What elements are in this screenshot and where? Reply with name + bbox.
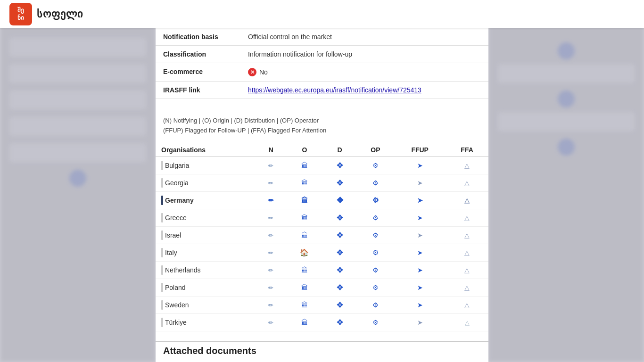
warn-icon: △ [464, 249, 470, 256]
pencil-icon: ✏ [268, 162, 273, 169]
org-d-cell: ❖ [323, 226, 357, 244]
org-op-cell: ⚙ [357, 191, 395, 209]
org-name-label: Poland [165, 284, 186, 291]
org-ffup-cell: ➤ [394, 296, 446, 313]
org-flag [161, 283, 163, 292]
legend-box: (N) Notifying | (O) Origin | (D) Distrib… [156, 108, 488, 140]
org-op-cell: ⚙ [357, 174, 395, 191]
org-d-cell: ❖ [323, 156, 357, 174]
org-ffa-cell: △ [446, 296, 488, 313]
send-icon: ➤ [417, 197, 423, 204]
main-content: Notification basis Official control on t… [156, 28, 488, 362]
col-header-ffup: FFUP [394, 143, 446, 157]
table-row: Germany ✏ 🏛 ❖ ⚙ ➤ △ [156, 191, 488, 209]
org-n-cell: ✏ [256, 156, 287, 174]
org-n-cell: ✏ [256, 191, 287, 209]
org-name-cell: Türkiye [156, 313, 256, 331]
org-flag [161, 196, 163, 205]
org-op-cell: ⚙ [357, 313, 395, 331]
pencil-icon: ✏ [268, 232, 273, 239]
send-icon: ➤ [417, 284, 423, 291]
site-name: სოფელი [37, 8, 83, 20]
sidebar-left [0, 0, 156, 362]
org-ffa-cell: △ [446, 261, 488, 279]
org-ffup-cell: ➤ [394, 174, 446, 191]
info-label-notification-basis: Notification basis [156, 28, 240, 46]
send-icon: ➤ [417, 214, 423, 222]
org-op-cell: ⚙ [357, 244, 395, 261]
org-ffa-cell: △ [446, 156, 488, 174]
org-n-cell: ✏ [256, 261, 287, 279]
org-name-label: Italy [165, 249, 177, 256]
legend-line1: (N) Notifying | (O) Origin | (D) Distrib… [163, 116, 481, 126]
info-row-classification: Classification Information notification … [156, 46, 488, 63]
cog-icon: ⚙ [372, 319, 379, 326]
org-name-label: Georgia [165, 179, 189, 187]
cog-icon: ⚙ [372, 301, 379, 309]
org-ffa-cell: △ [446, 279, 488, 296]
org-op-cell: ⚙ [357, 226, 395, 244]
send-dim-icon: ➤ [417, 231, 423, 239]
org-flag [161, 248, 163, 257]
org-ffup-cell: ➤ [394, 261, 446, 279]
org-name-cell: Italy [156, 244, 256, 261]
cog-icon: ⚙ [372, 179, 379, 187]
org-flag [161, 161, 163, 170]
org-o-cell: 🏛 [286, 279, 322, 296]
warn-icon: △ [464, 179, 470, 187]
cog-bold-icon: ⚙ [372, 248, 379, 256]
org-o-cell: 🏠 [286, 244, 322, 261]
building-icon: 🏛 [301, 214, 308, 222]
org-ffa-cell: △ [446, 209, 488, 226]
pencil-icon: ✏ [268, 284, 273, 291]
irasff-link[interactable]: https://webgate.ec.europa.eu/irasff/noti… [248, 86, 421, 94]
topbar: შენი სოფელი [0, 0, 644, 28]
org-ffa-cell: △ [446, 191, 488, 209]
cog-icon: ⚙ [372, 214, 379, 222]
warn-dim-icon: △ [465, 319, 470, 326]
pencil-icon: ✏ [268, 180, 273, 187]
col-header-ffa: FFA [446, 143, 488, 157]
info-row-notification-basis: Notification basis Official control on t… [156, 28, 488, 46]
building-icon: 🏛 [301, 197, 308, 204]
logo: შენი [9, 3, 32, 25]
warn-icon: △ [464, 197, 470, 204]
org-ffa-cell: △ [446, 313, 488, 331]
pencil-icon: ✏ [268, 319, 273, 326]
org-d-cell: ❖ [323, 279, 357, 296]
org-d-cell: ❖ [323, 313, 357, 331]
send-icon: ➤ [417, 301, 423, 309]
building-icon: 🏛 [301, 301, 308, 309]
col-header-o: O [286, 143, 322, 157]
building-icon: 🏛 [301, 266, 308, 274]
warn-icon: △ [464, 284, 470, 291]
table-row: Italy ✏ 🏠 ❖ ⚙ ➤ △ [156, 244, 488, 261]
attached-docs-title: Attached documents [156, 341, 488, 360]
info-row-ecommerce: E-commerce ✕ No [156, 63, 488, 82]
org-n-cell: ✏ [256, 244, 287, 261]
info-value-notification-basis: Official control on the market [240, 28, 488, 46]
col-header-op: OP [357, 143, 395, 157]
org-ffup-cell: ➤ [394, 191, 446, 209]
org-d-cell: ❖ [323, 174, 357, 191]
org-name-label: Greece [165, 214, 187, 222]
org-o-cell: 🏛 [286, 226, 322, 244]
org-o-cell: 🏛 [286, 174, 322, 191]
org-o-cell: 🏛 [286, 156, 322, 174]
warn-icon: △ [464, 162, 470, 169]
legend-line2: (FFUP) Flagged for Follow-UP | (FFA) Fla… [163, 126, 481, 136]
org-ffa-cell: △ [446, 174, 488, 191]
org-flag [161, 213, 163, 222]
building-icon: 🏛 [301, 179, 308, 187]
org-d-cell: ❖ [323, 244, 357, 261]
info-value-irasff: https://webgate.ec.europa.eu/irasff/noti… [240, 82, 488, 99]
org-name-cell: Georgia [156, 174, 256, 191]
org-ffup-cell: ➤ [394, 244, 446, 261]
org-ffa-cell: △ [446, 226, 488, 244]
org-name-cell: Bulgaria [156, 156, 256, 174]
building-icon: 🏛 [301, 162, 308, 169]
org-name-label: Germany [165, 197, 194, 204]
org-o-cell: 🏛 [286, 296, 322, 313]
info-row-irasff: IRASFF link https://webgate.ec.europa.eu… [156, 82, 488, 99]
org-op-cell: ⚙ [357, 279, 395, 296]
